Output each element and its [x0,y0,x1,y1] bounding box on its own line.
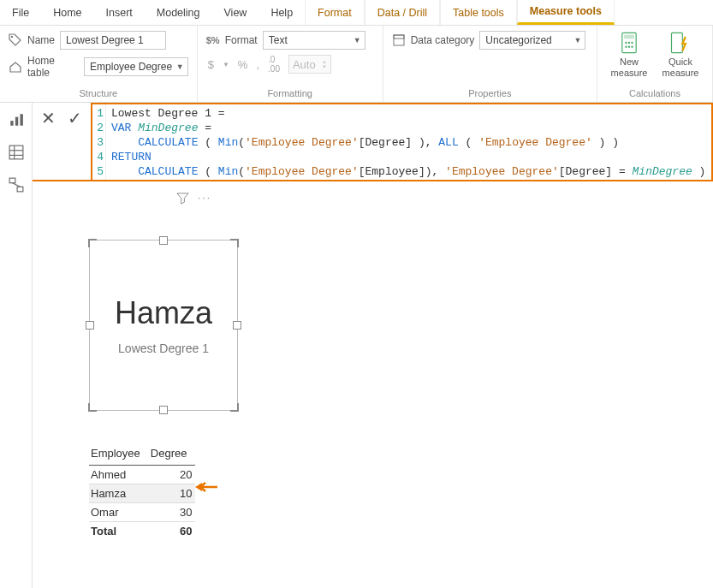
more-icon[interactable]: ··· [198,192,211,207]
menu-table-tools[interactable]: Table tools [440,0,517,25]
view-switcher [0,103,33,588]
data-table: EmployeeDegree Ahmed20Hamza10Omar30Total… [89,443,195,540]
line-gutter: 1 2 3 4 5 [92,104,106,180]
currency-button[interactable]: $ [208,58,214,71]
decimals-stepper[interactable]: Auto ▲▼ [288,55,331,74]
group-label-formatting: Formatting [206,88,374,100]
group-label-calculations: Calculations [606,88,704,100]
new-measure-button[interactable]: New measure [606,31,652,78]
formula-bar: ✕ ✓ 1 2 3 4 5 Lowest Degree 1 = VAR MinD… [33,103,713,181]
group-label-structure: Structure [9,88,188,100]
ribbon-group-structure: Name Lowest Degree 1 Home table Employee… [0,26,198,102]
menu-insert[interactable]: Insert [94,0,145,25]
resize-handle[interactable] [159,406,168,414]
visual-header: ··· [176,192,211,207]
chevron-down-icon: ▼ [573,36,581,45]
data-view-tab[interactable] [8,144,25,161]
menu-file[interactable]: File [0,0,41,25]
resize-handle[interactable] [159,236,168,245]
model-view-tab[interactable] [8,176,25,193]
resize-handle[interactable] [230,403,239,412]
svg-rect-12 [10,121,13,126]
svg-point-9 [628,46,630,48]
resize-handle[interactable] [86,321,94,330]
resize-handle[interactable] [88,239,97,247]
report-canvas[interactable]: ✕ ✓ 1 2 3 4 5 Lowest Degree 1 = VAR MinD… [33,103,713,588]
ribbon-group-formatting: $% Format Text ▼ $ ▼ % , .0.00 Auto ▲▼ [198,26,383,102]
resize-handle[interactable] [88,403,97,412]
decimals-icon: .0.00 [268,55,280,74]
format-icon: $% [206,33,220,47]
resize-handle[interactable] [233,321,241,330]
home-table-select[interactable]: Employee Degree ▼ [84,57,188,76]
column-header[interactable]: Degree [149,443,196,466]
ribbon-group-calculations: New measure Quick measure Calculations [597,26,713,102]
quick-measure-label: Quick measure [657,56,704,78]
chevron-down-icon[interactable]: ▼ [223,61,229,68]
quick-measure-button[interactable]: Quick measure [657,31,704,78]
commit-formula-button[interactable]: ✓ [68,108,82,128]
chevron-down-icon: ▼ [176,62,184,71]
svg-rect-19 [9,178,15,183]
svg-point-8 [625,46,627,48]
svg-point-7 [631,42,633,44]
format-symbol-row: $ ▼ % , .0.00 Auto ▲▼ [206,55,331,74]
format-label: Format [225,34,258,46]
dax-code[interactable]: Lowest Degree 1 = VAR MinDegree = CALCUL… [106,104,710,180]
svg-rect-11 [672,33,683,52]
report-view-tab[interactable] [8,111,25,128]
menu-view[interactable]: View [212,0,259,25]
decimals-value: Auto [293,58,318,71]
tag-icon [9,33,22,47]
svg-rect-4 [624,35,634,39]
new-measure-label: New measure [606,56,652,78]
card-label: Lowest Degree 1 [118,342,209,355]
format-select[interactable]: Text ▼ [263,31,365,50]
category-icon [392,33,406,47]
table-row[interactable]: Omar30 [89,503,195,522]
svg-point-10 [631,46,633,48]
measure-name-value: Lowest Degree 1 [66,34,144,46]
card-visual[interactable]: Hamza Lowest Degree 1 [89,240,238,411]
menu-modeling[interactable]: Modeling [145,0,212,25]
category-select[interactable]: Uncategorized ▼ [479,31,585,50]
menu-home[interactable]: Home [41,0,93,25]
calculator-icon [617,31,641,55]
svg-line-21 [12,183,20,187]
measure-name-input[interactable]: Lowest Degree 1 [60,31,166,50]
category-label: Data category [411,34,475,46]
name-label: Name [27,34,55,46]
annotation-arrow [193,481,219,493]
visual-area: ··· Hamza Lowest Degree 1 EmployeeDegree… [33,181,713,540]
home-table-value: Employee Degree [90,61,173,73]
svg-rect-20 [17,187,23,192]
table-row[interactable]: Ahmed20 [89,466,195,484]
resize-handle[interactable] [230,239,239,247]
quick-measure-icon [668,31,692,55]
column-header[interactable]: Employee [89,443,149,466]
svg-rect-1 [394,35,404,45]
svg-rect-15 [9,146,23,159]
ribbon: Name Lowest Degree 1 Home table Employee… [0,26,713,103]
cancel-formula-button[interactable]: ✕ [41,108,56,128]
thousands-button[interactable]: , [256,58,259,71]
format-value: Text [269,34,350,46]
dax-editor[interactable]: 1 2 3 4 5 Lowest Degree 1 = VAR MinDegre… [91,103,713,180]
menu-measure-tools[interactable]: Measure tools [517,0,615,25]
home-icon [9,60,22,74]
svg-point-6 [628,42,630,44]
chevron-down-icon: ▼ [354,36,361,45]
card-value: Hamza [115,295,212,331]
svg-rect-2 [394,35,404,39]
menu-data-drill[interactable]: Data / Drill [365,0,440,25]
svg-rect-13 [15,117,17,126]
filter-icon[interactable] [176,192,189,207]
table-row[interactable]: Hamza10 [89,484,195,503]
menu-help[interactable]: Help [258,0,305,25]
menu-format[interactable]: Format [305,0,365,25]
svg-point-0 [11,36,13,38]
percent-button[interactable]: % [238,58,248,71]
svg-point-5 [625,42,627,44]
ribbon-group-properties: Data category Uncategorized ▼ Properties [383,26,597,102]
menu-bar: FileHomeInsertModelingViewHelpFormatData… [0,0,713,26]
